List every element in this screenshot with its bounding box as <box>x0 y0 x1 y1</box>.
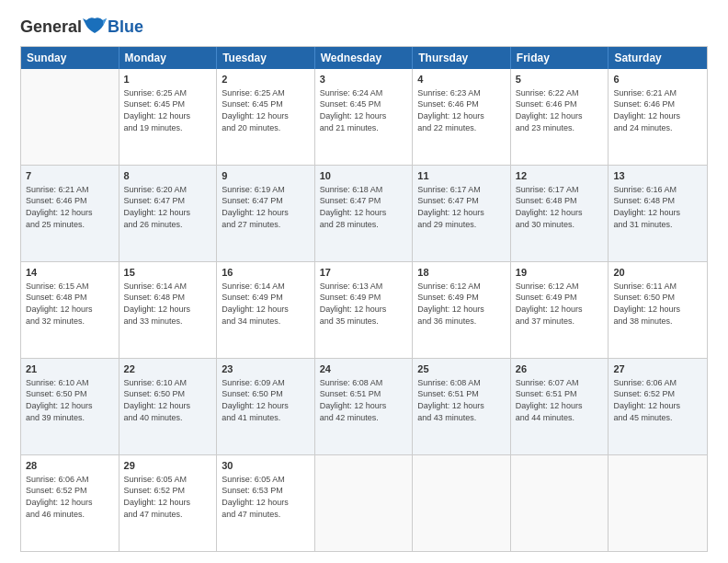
calendar-day-13: 13Sunrise: 6:16 AMSunset: 6:48 PMDayligh… <box>609 166 707 261</box>
cell-info: Sunrise: 6:17 AMSunset: 6:48 PMDaylight:… <box>516 184 604 230</box>
cell-info: Sunrise: 6:13 AMSunset: 6:49 PMDaylight:… <box>320 281 408 327</box>
calendar-day-29: 29Sunrise: 6:05 AMSunset: 6:52 PMDayligh… <box>119 455 218 551</box>
calendar-day-21: 21Sunrise: 6:10 AMSunset: 6:50 PMDayligh… <box>21 359 119 454</box>
header-day-friday: Friday <box>511 47 609 69</box>
day-number: 7 <box>26 169 114 183</box>
calendar-day-1: 1Sunrise: 6:25 AMSunset: 6:45 PMDaylight… <box>119 69 218 165</box>
day-number: 21 <box>26 362 114 376</box>
cell-info: Sunrise: 6:07 AMSunset: 6:51 PMDaylight:… <box>516 377 604 423</box>
calendar-empty-cell <box>413 455 511 551</box>
cell-info: Sunrise: 6:12 AMSunset: 6:49 PMDaylight:… <box>516 281 604 327</box>
day-number: 27 <box>613 362 702 376</box>
calendar-empty-cell <box>609 455 707 551</box>
day-number: 10 <box>320 169 408 183</box>
calendar-day-22: 22Sunrise: 6:10 AMSunset: 6:50 PMDayligh… <box>119 359 218 454</box>
cell-info: Sunrise: 6:25 AMSunset: 6:45 PMDaylight:… <box>222 87 310 133</box>
day-number: 28 <box>26 459 114 473</box>
day-number: 29 <box>124 459 212 473</box>
cell-info: Sunrise: 6:05 AMSunset: 6:53 PMDaylight:… <box>222 474 310 520</box>
cell-info: Sunrise: 6:14 AMSunset: 6:49 PMDaylight:… <box>222 281 310 327</box>
calendar-day-4: 4Sunrise: 6:23 AMSunset: 6:46 PMDaylight… <box>413 69 511 165</box>
calendar-day-24: 24Sunrise: 6:08 AMSunset: 6:51 PMDayligh… <box>315 359 414 454</box>
cell-info: Sunrise: 6:11 AMSunset: 6:50 PMDaylight:… <box>613 281 702 327</box>
cell-info: Sunrise: 6:06 AMSunset: 6:52 PMDaylight:… <box>26 474 114 520</box>
header-day-monday: Monday <box>119 47 218 69</box>
calendar-day-6: 6Sunrise: 6:21 AMSunset: 6:46 PMDaylight… <box>609 69 707 165</box>
calendar-day-26: 26Sunrise: 6:07 AMSunset: 6:51 PMDayligh… <box>511 359 609 454</box>
day-number: 24 <box>320 362 408 376</box>
cell-info: Sunrise: 6:15 AMSunset: 6:48 PMDaylight:… <box>26 281 114 327</box>
header-day-sunday: Sunday <box>21 47 119 69</box>
calendar-day-17: 17Sunrise: 6:13 AMSunset: 6:49 PMDayligh… <box>315 262 414 358</box>
header-day-tuesday: Tuesday <box>217 47 315 69</box>
calendar-day-10: 10Sunrise: 6:18 AMSunset: 6:47 PMDayligh… <box>315 166 414 261</box>
calendar-day-18: 18Sunrise: 6:12 AMSunset: 6:49 PMDayligh… <box>413 262 511 358</box>
calendar-day-28: 28Sunrise: 6:06 AMSunset: 6:52 PMDayligh… <box>21 455 119 551</box>
cell-info: Sunrise: 6:23 AMSunset: 6:46 PMDaylight:… <box>417 87 506 133</box>
cell-info: Sunrise: 6:12 AMSunset: 6:49 PMDaylight:… <box>417 281 506 327</box>
cell-info: Sunrise: 6:25 AMSunset: 6:45 PMDaylight:… <box>124 87 212 133</box>
day-number: 15 <box>124 266 212 280</box>
day-number: 23 <box>222 362 310 376</box>
calendar-day-27: 27Sunrise: 6:06 AMSunset: 6:52 PMDayligh… <box>609 359 707 454</box>
calendar-day-2: 2Sunrise: 6:25 AMSunset: 6:45 PMDaylight… <box>217 69 315 165</box>
calendar-day-19: 19Sunrise: 6:12 AMSunset: 6:49 PMDayligh… <box>511 262 609 358</box>
calendar-day-30: 30Sunrise: 6:05 AMSunset: 6:53 PMDayligh… <box>217 455 315 551</box>
cell-info: Sunrise: 6:08 AMSunset: 6:51 PMDaylight:… <box>417 377 506 423</box>
cell-info: Sunrise: 6:09 AMSunset: 6:50 PMDaylight:… <box>222 377 310 423</box>
cell-info: Sunrise: 6:16 AMSunset: 6:48 PMDaylight:… <box>613 184 702 230</box>
header-day-wednesday: Wednesday <box>315 47 414 69</box>
cell-info: Sunrise: 6:17 AMSunset: 6:47 PMDaylight:… <box>417 184 506 230</box>
cell-info: Sunrise: 6:19 AMSunset: 6:47 PMDaylight:… <box>222 184 310 230</box>
cell-info: Sunrise: 6:06 AMSunset: 6:52 PMDaylight:… <box>613 377 702 423</box>
calendar-week-5: 28Sunrise: 6:06 AMSunset: 6:52 PMDayligh… <box>21 455 707 551</box>
calendar-day-11: 11Sunrise: 6:17 AMSunset: 6:47 PMDayligh… <box>413 166 511 261</box>
page: General Blue SundayMondayTuesdayWednesda… <box>0 0 728 563</box>
calendar-day-5: 5Sunrise: 6:22 AMSunset: 6:46 PMDaylight… <box>511 69 609 165</box>
day-number: 2 <box>222 73 310 86</box>
day-number: 26 <box>516 362 604 376</box>
cell-info: Sunrise: 6:14 AMSunset: 6:48 PMDaylight:… <box>124 281 212 327</box>
cell-info: Sunrise: 6:21 AMSunset: 6:46 PMDaylight:… <box>613 87 702 133</box>
calendar-day-15: 15Sunrise: 6:14 AMSunset: 6:48 PMDayligh… <box>119 262 218 358</box>
cell-info: Sunrise: 6:18 AMSunset: 6:47 PMDaylight:… <box>320 184 408 230</box>
day-number: 12 <box>516 169 604 183</box>
calendar-day-9: 9Sunrise: 6:19 AMSunset: 6:47 PMDaylight… <box>217 166 315 261</box>
day-number: 18 <box>417 266 506 280</box>
calendar-week-2: 7Sunrise: 6:21 AMSunset: 6:46 PMDaylight… <box>21 166 707 262</box>
logo-bird-icon <box>83 17 107 37</box>
cell-info: Sunrise: 6:08 AMSunset: 6:51 PMDaylight:… <box>320 377 408 423</box>
calendar-week-3: 14Sunrise: 6:15 AMSunset: 6:48 PMDayligh… <box>21 262 707 359</box>
cell-info: Sunrise: 6:22 AMSunset: 6:46 PMDaylight:… <box>516 87 604 133</box>
day-number: 14 <box>26 266 114 280</box>
day-number: 25 <box>417 362 506 376</box>
calendar-week-1: 1Sunrise: 6:25 AMSunset: 6:45 PMDaylight… <box>21 69 707 166</box>
header: General Blue <box>20 17 708 37</box>
calendar-header: SundayMondayTuesdayWednesdayThursdayFrid… <box>21 47 707 69</box>
cell-info: Sunrise: 6:05 AMSunset: 6:52 PMDaylight:… <box>124 474 212 520</box>
header-day-saturday: Saturday <box>609 47 707 69</box>
calendar-body: 1Sunrise: 6:25 AMSunset: 6:45 PMDaylight… <box>21 69 707 551</box>
cell-info: Sunrise: 6:21 AMSunset: 6:46 PMDaylight:… <box>26 184 114 230</box>
day-number: 8 <box>124 169 212 183</box>
day-number: 30 <box>222 459 310 473</box>
calendar: SundayMondayTuesdayWednesdayThursdayFrid… <box>20 46 708 552</box>
calendar-day-3: 3Sunrise: 6:24 AMSunset: 6:45 PMDaylight… <box>315 69 414 165</box>
calendar-day-25: 25Sunrise: 6:08 AMSunset: 6:51 PMDayligh… <box>413 359 511 454</box>
calendar-day-14: 14Sunrise: 6:15 AMSunset: 6:48 PMDayligh… <box>21 262 119 358</box>
day-number: 5 <box>516 73 604 86</box>
logo-general: General <box>20 17 82 37</box>
day-number: 20 <box>613 266 702 280</box>
logo: General Blue <box>20 17 143 37</box>
day-number: 3 <box>320 73 408 86</box>
calendar-empty-cell <box>21 69 119 165</box>
header-day-thursday: Thursday <box>413 47 511 69</box>
day-number: 16 <box>222 266 310 280</box>
day-number: 11 <box>417 169 506 183</box>
day-number: 4 <box>417 73 506 86</box>
day-number: 6 <box>613 73 702 86</box>
day-number: 19 <box>516 266 604 280</box>
day-number: 1 <box>124 73 212 86</box>
calendar-day-8: 8Sunrise: 6:20 AMSunset: 6:47 PMDaylight… <box>119 166 218 261</box>
calendar-empty-cell <box>511 455 609 551</box>
